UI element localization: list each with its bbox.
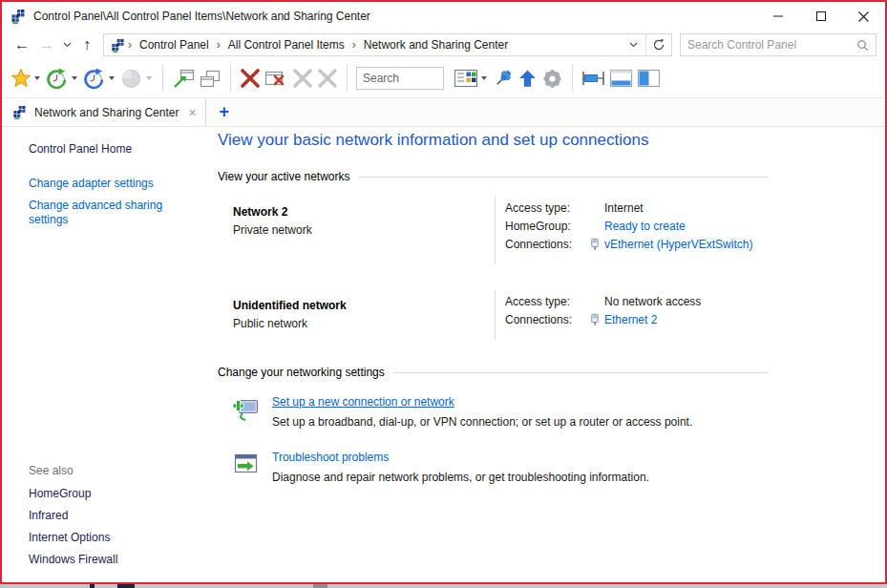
refresh-icon	[652, 38, 665, 52]
breadcrumb-all-items[interactable]: All Control Panel Items	[222, 38, 351, 52]
network-name: Network 2	[233, 205, 495, 219]
networking-settings-section-header: Change your networking settings	[218, 366, 769, 379]
taskbar-sliver	[0, 584, 887, 588]
layout-bottom-icon	[608, 69, 634, 88]
toggle-tabbar-button[interactable]	[581, 69, 606, 88]
address-dropdown-button[interactable]	[621, 34, 645, 55]
sidebar-item-windows-firewall[interactable]: Windows Firewall	[29, 553, 117, 566]
title-bar: Control Panel\All Control Panel Items\Ne…	[2, 2, 885, 31]
close-right-button-disabled	[316, 67, 339, 90]
network-name: Unidentified network	[233, 299, 495, 312]
recent-pages-button[interactable]	[59, 42, 74, 48]
breadcrumb-control-panel[interactable]: Control Panel	[133, 38, 216, 52]
new-tab-button[interactable]: +	[214, 98, 236, 126]
disabled-circle-icon	[119, 67, 143, 91]
maximize-icon	[816, 11, 826, 21]
tab-network-icon	[12, 105, 27, 119]
favorites-dropdown-icon[interactable]	[34, 76, 40, 80]
address-network-icon	[111, 38, 125, 52]
favorites-button[interactable]	[11, 68, 32, 89]
toolbar-separator	[347, 65, 348, 92]
sidebar-item-change-adapter-settings[interactable]: Change adapter settings	[29, 177, 180, 191]
breadcrumb-network-sharing[interactable]: Network and Sharing Center	[357, 38, 515, 52]
tab-close-icon[interactable]: ×	[188, 106, 196, 119]
gray-x-icon	[316, 67, 339, 90]
close-window-icon	[264, 67, 289, 90]
vethernet-connection-link[interactable]: vEthernet (HyperVExtSwitch)	[604, 238, 752, 251]
detach-window-icon	[171, 68, 196, 90]
forward-button[interactable]: →	[34, 32, 59, 57]
refresh-button[interactable]	[646, 34, 671, 55]
active-networks-section-header: View your active networks	[218, 170, 769, 183]
detach-window-button[interactable]	[171, 68, 196, 90]
back-button[interactable]: ←	[10, 32, 34, 57]
layout-left-icon	[636, 69, 662, 88]
close-window-button[interactable]	[264, 67, 289, 90]
close-tab-button[interactable]	[239, 67, 262, 90]
history-green-icon	[45, 67, 69, 91]
taskbar-fragment	[117, 584, 135, 588]
address-bar[interactable]: › Control Panel › All Control Panel Item…	[103, 33, 672, 56]
homegroup-label: HomeGroup:	[505, 220, 589, 233]
disabled-menu-button	[119, 67, 143, 91]
toggle-left-panel-button[interactable]	[636, 69, 662, 88]
toggle-bottom-panel-button[interactable]	[608, 69, 634, 88]
sidebar-item-internet-options[interactable]: Internet Options	[29, 531, 117, 544]
chevron-down-icon	[629, 42, 638, 48]
options-button[interactable]	[540, 67, 564, 91]
access-type-value: No network access	[604, 295, 701, 308]
explorer-window: Control Panel\All Control Panel Items\Ne…	[0, 0, 887, 584]
toolbar-separator	[572, 65, 573, 92]
up-level-button[interactable]	[517, 68, 539, 90]
tab-label: Network and Sharing Center	[34, 106, 179, 119]
network-details: Access type: No network access Connectio…	[495, 290, 701, 340]
sidebar-item-infrared[interactable]: Infrared	[29, 509, 117, 522]
disabled-dropdown-icon	[146, 76, 152, 80]
back-icon: ←	[14, 36, 30, 52]
control-panel-search[interactable]	[680, 33, 876, 56]
view-mode-dropdown-icon[interactable]	[481, 76, 487, 80]
chevron-down-icon	[63, 42, 72, 48]
gray-x-icon	[291, 67, 314, 90]
undo-close-button[interactable]	[45, 67, 69, 91]
maximize-button[interactable]	[799, 2, 842, 31]
sidebar-item-homegroup[interactable]: HomeGroup	[29, 487, 117, 500]
content-area: Control Panel Home Change adapter settin…	[2, 127, 885, 582]
toolbar-search-input[interactable]	[363, 72, 437, 85]
search-input[interactable]	[687, 38, 856, 52]
red-x-icon	[239, 67, 262, 90]
history-dropdown-icon[interactable]	[109, 76, 115, 80]
connections-label: Connections:	[505, 313, 589, 326]
view-mode-button[interactable]	[454, 69, 478, 88]
toolbar-separator	[230, 65, 231, 92]
extension-toolbar	[2, 59, 885, 98]
close-button[interactable]	[842, 2, 885, 31]
layout-bar-icon	[581, 69, 606, 88]
see-also-section: See also HomeGroup Infrared Internet Opt…	[29, 464, 117, 575]
plus-icon: +	[220, 102, 230, 122]
troubleshoot-item: Troubleshoot problems Diagnose and repai…	[231, 451, 769, 484]
ethernet2-connection-link[interactable]: Ethernet 2	[604, 313, 657, 326]
troubleshoot-description: Diagnose and repair network problems, or…	[272, 471, 649, 484]
toolbar-search[interactable]	[356, 67, 444, 90]
clone-window-button[interactable]	[198, 68, 222, 90]
sidebar-item-control-panel-home[interactable]: Control Panel Home	[29, 142, 205, 156]
homegroup-ready-link[interactable]: Ready to create	[604, 220, 686, 233]
close-icon	[858, 11, 869, 22]
pin-button[interactable]	[492, 67, 515, 90]
minimize-button[interactable]	[756, 2, 799, 31]
taskbar-fragment	[313, 584, 327, 588]
undo-close-dropdown-icon[interactable]	[72, 76, 77, 80]
search-icon[interactable]	[856, 39, 869, 52]
taskbar-fragment	[90, 584, 95, 588]
up-icon: ↑	[83, 36, 91, 52]
setup-connection-link[interactable]: Set up a new connection or network	[272, 395, 454, 409]
main-panel: View your basic network information and …	[218, 127, 769, 582]
address-bar-row: ← → ↑ › Control Panel › All Control Pane…	[2, 31, 885, 59]
minimize-icon	[773, 11, 783, 21]
up-button[interactable]: ↑	[74, 32, 99, 57]
history-button[interactable]	[82, 67, 106, 91]
sidebar-item-change-advanced-sharing[interactable]: Change advanced sharing settings	[29, 199, 180, 227]
troubleshoot-link[interactable]: Troubleshoot problems	[272, 451, 389, 464]
tab-network-sharing-center[interactable]: Network and Sharing Center ×	[2, 98, 206, 126]
